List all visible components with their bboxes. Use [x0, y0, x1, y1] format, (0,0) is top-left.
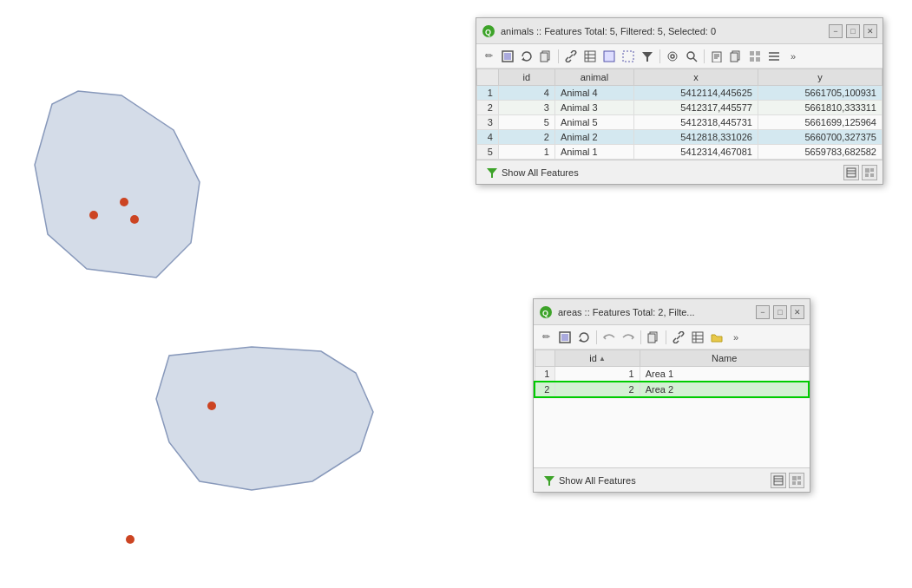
- grid-button[interactable]: [746, 48, 764, 65]
- table-button[interactable]: [581, 48, 599, 65]
- animals-titlebar: Q animals :: Features Total: 5, Filtered…: [476, 18, 882, 44]
- search-button[interactable]: [683, 48, 700, 65]
- titlebar-left: Q animals :: Features Total: 5, Filtered…: [482, 24, 716, 38]
- areas-window-controls: − □ ✕: [756, 305, 804, 319]
- areas-folder-button[interactable]: [708, 329, 725, 346]
- select-all-button[interactable]: [600, 48, 618, 65]
- copy2-button[interactable]: [727, 48, 745, 65]
- areas-table-button[interactable]: [689, 329, 706, 346]
- y-cell: 5659783,682582: [758, 145, 882, 160]
- areas-maximize-button[interactable]: □: [773, 305, 787, 319]
- separator-1: [558, 49, 559, 63]
- animals-table-row[interactable]: 5 1 Animal 1 5412314,467081 5659783,6825…: [477, 145, 882, 160]
- row-num-cell: 3: [477, 115, 499, 130]
- x-cell: 5412314,467081: [633, 145, 758, 160]
- svg-rect-59: [797, 481, 801, 485]
- areas-select-button[interactable]: [556, 329, 574, 346]
- areas-name-column-header[interactable]: Name: [640, 350, 809, 367]
- animals-table-row[interactable]: 3 5 Animal 5 5412318,445731 5661699,1259…: [477, 115, 882, 130]
- svg-rect-8: [585, 51, 595, 62]
- separator-3: [704, 49, 705, 63]
- show-features-label: Show All Features: [502, 167, 579, 178]
- areas-footer-icons: [771, 473, 804, 488]
- areas-edit-button[interactable]: ✏: [537, 329, 554, 346]
- reload-button[interactable]: [518, 48, 535, 65]
- areas-link-button[interactable]: [670, 329, 687, 346]
- areas-separator-3: [666, 330, 666, 344]
- svg-rect-56: [792, 476, 797, 480]
- more-button[interactable]: »: [784, 48, 802, 65]
- svg-line-7: [569, 55, 573, 58]
- svg-text:Q: Q: [485, 28, 491, 36]
- animals-table-container[interactable]: id animal x y 1 4 Animal 4 5412114,44562…: [476, 69, 882, 160]
- copy-button[interactable]: [537, 48, 554, 65]
- show-all-features-button[interactable]: Show All Features: [482, 164, 583, 181]
- animal-cell: Animal 1: [554, 145, 633, 160]
- svg-rect-37: [870, 168, 874, 172]
- svg-line-47: [677, 336, 680, 339]
- areas-footer-icon-1[interactable]: [771, 473, 786, 488]
- animals-window: Q animals :: Features Total: 5, Filtered…: [476, 17, 883, 185]
- link-button[interactable]: [562, 48, 580, 65]
- minimize-button[interactable]: −: [829, 24, 843, 38]
- areas-minimize-button[interactable]: −: [756, 305, 770, 319]
- areas-table-row[interactable]: 2 2 Area 2: [535, 382, 809, 397]
- svg-rect-6: [541, 53, 548, 62]
- areas-table-row[interactable]: 1 1 Area 1: [535, 367, 809, 382]
- svg-rect-43: [561, 334, 568, 341]
- row-num-cell: 1: [477, 86, 499, 101]
- edit-button[interactable]: ✏: [480, 48, 497, 65]
- areas-copy-button[interactable]: [645, 329, 662, 346]
- select-button[interactable]: [499, 48, 516, 65]
- animal-point-2[interactable]: [120, 198, 128, 206]
- svg-marker-4: [522, 57, 524, 61]
- svg-text:Q: Q: [542, 309, 548, 317]
- animals-table-row[interactable]: 2 3 Animal 3 5412317,445577 5661810,3333…: [477, 101, 882, 115]
- svg-rect-53: [774, 476, 783, 485]
- id-cell: 5: [498, 115, 554, 130]
- svg-marker-14: [642, 52, 653, 62]
- animals-table-row[interactable]: 1 4 Animal 4 5412114,445625 5661705,1009…: [477, 86, 882, 101]
- id-column-header[interactable]: id: [498, 69, 554, 86]
- animal-column-header[interactable]: animal: [554, 69, 633, 86]
- filter-button[interactable]: [639, 48, 656, 65]
- areas-redo-button[interactable]: [620, 329, 637, 346]
- polygon-area1[interactable]: [35, 91, 200, 278]
- window-controls: − □ ✕: [829, 24, 877, 38]
- animal-point-3[interactable]: [130, 215, 139, 224]
- areas-id-column-header[interactable]: id ▲: [555, 350, 640, 367]
- areas-undo-button[interactable]: [600, 329, 618, 346]
- maximize-button[interactable]: □: [846, 24, 860, 38]
- footer-icon-2[interactable]: [862, 165, 877, 180]
- x-cell: 5412818,331026: [633, 130, 758, 145]
- areas-reload-button[interactable]: [575, 329, 593, 346]
- x-column-header[interactable]: x: [633, 69, 758, 86]
- animal-point-5[interactable]: [126, 535, 135, 544]
- svg-point-17: [687, 52, 694, 59]
- animals-table-row[interactable]: 4 2 Animal 2 5412818,331026 5660700,3273…: [477, 130, 882, 145]
- y-column-header[interactable]: y: [758, 69, 882, 86]
- deselect-button[interactable]: [620, 48, 637, 65]
- svg-rect-13: [623, 51, 633, 62]
- animal-point-4[interactable]: [207, 402, 216, 410]
- areas-show-all-features-button[interactable]: Show All Features: [539, 472, 640, 489]
- svg-rect-36: [865, 168, 869, 173]
- polygon-area2[interactable]: [156, 347, 373, 490]
- areas-more-button[interactable]: »: [727, 329, 745, 346]
- areas-footer-icon-2[interactable]: [789, 473, 804, 488]
- settings-button[interactable]: [664, 48, 681, 65]
- animal-point-1[interactable]: [89, 211, 98, 219]
- areas-id-cell: 1: [555, 367, 640, 382]
- areas-id-cell: 2: [555, 382, 640, 397]
- list-button[interactable]: [765, 48, 783, 65]
- footer-icon-1[interactable]: [843, 165, 859, 180]
- svg-rect-26: [756, 51, 760, 56]
- areas-table-container[interactable]: id ▲ Name 1 1 Area 1 2 2 Area 2: [534, 350, 810, 398]
- close-button[interactable]: ✕: [863, 24, 877, 38]
- footer-icons: [843, 165, 877, 180]
- svg-rect-39: [870, 173, 874, 177]
- areas-separator-1: [596, 330, 597, 344]
- export-button[interactable]: [708, 48, 725, 65]
- areas-close-button[interactable]: ✕: [791, 305, 804, 319]
- areas-window-title: areas :: Features Total: 2, Filte...: [558, 307, 695, 317]
